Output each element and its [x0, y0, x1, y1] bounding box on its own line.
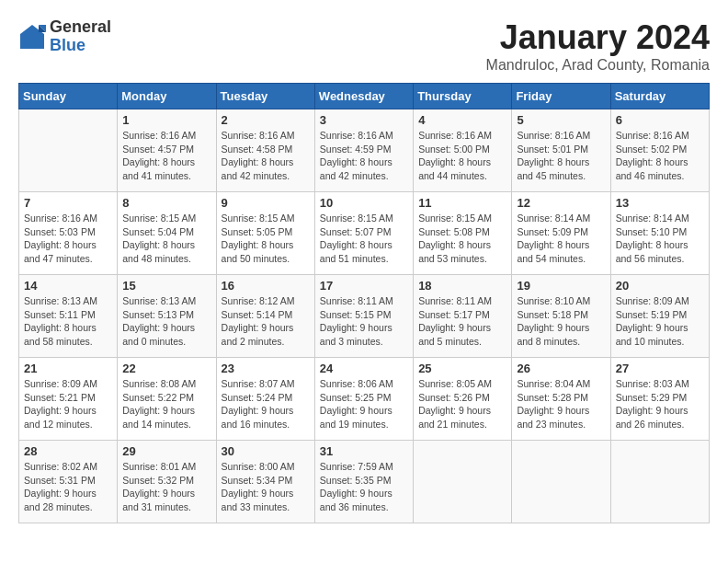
calendar-cell: 1Sunrise: 8:16 AMSunset: 4:57 PMDaylight…: [118, 109, 216, 192]
column-header-sunday: Sunday: [19, 84, 118, 109]
calendar-cell: 27Sunrise: 8:03 AMSunset: 5:29 PMDayligh…: [610, 358, 709, 441]
day-number: 25: [418, 362, 506, 375]
calendar-cell: 16Sunrise: 8:12 AMSunset: 5:14 PMDayligh…: [216, 275, 314, 358]
week-row-4: 21Sunrise: 8:09 AMSunset: 5:21 PMDayligh…: [19, 358, 710, 441]
day-info: Sunrise: 8:15 AMSunset: 5:04 PMDaylight:…: [122, 212, 210, 266]
calendar-cell: [19, 109, 118, 192]
calendar-cell: 4Sunrise: 8:16 AMSunset: 5:00 PMDaylight…: [414, 109, 512, 192]
day-number: 1: [122, 113, 210, 127]
day-number: 30: [222, 444, 310, 458]
day-info: Sunrise: 8:00 AMSunset: 5:34 PMDaylight:…: [222, 460, 310, 514]
day-number: 10: [320, 196, 408, 210]
day-number: 14: [24, 279, 112, 293]
day-number: 3: [320, 113, 408, 127]
day-number: 7: [24, 196, 112, 210]
location-title: Mandruloc, Arad County, Romania: [486, 57, 710, 74]
calendar-header-row: SundayMondayTuesdayWednesdayThursdayFrid…: [19, 84, 710, 109]
day-info: Sunrise: 8:16 AMSunset: 5:02 PMDaylight:…: [616, 129, 704, 183]
day-number: 9: [222, 196, 310, 210]
calendar-cell: 26Sunrise: 8:04 AMSunset: 5:28 PMDayligh…: [512, 358, 610, 441]
day-number: 13: [616, 196, 704, 210]
day-info: Sunrise: 8:16 AMSunset: 5:00 PMDaylight:…: [418, 129, 506, 183]
calendar-cell: 17Sunrise: 8:11 AMSunset: 5:15 PMDayligh…: [314, 275, 413, 358]
week-row-3: 14Sunrise: 8:13 AMSunset: 5:11 PMDayligh…: [19, 275, 710, 358]
day-info: Sunrise: 8:10 AMSunset: 5:18 PMDaylight:…: [517, 294, 605, 349]
column-header-tuesday: Tuesday: [216, 84, 314, 109]
calendar-cell: 8Sunrise: 8:15 AMSunset: 5:04 PMDaylight…: [118, 192, 216, 275]
day-number: 19: [517, 279, 605, 293]
logo: General Blue: [18, 18, 111, 55]
calendar-cell: 10Sunrise: 8:15 AMSunset: 5:07 PMDayligh…: [314, 192, 413, 275]
day-number: 6: [616, 113, 704, 127]
day-number: 5: [517, 113, 605, 127]
day-info: Sunrise: 8:06 AMSunset: 5:25 PMDaylight:…: [320, 377, 408, 431]
day-info: Sunrise: 8:03 AMSunset: 5:29 PMDaylight:…: [616, 377, 704, 431]
day-number: 23: [222, 362, 310, 375]
day-number: 11: [418, 196, 506, 210]
day-number: 18: [418, 279, 506, 293]
day-number: 17: [320, 279, 408, 293]
day-info: Sunrise: 8:16 AMSunset: 5:01 PMDaylight:…: [517, 129, 605, 183]
calendar-cell: 12Sunrise: 8:14 AMSunset: 5:09 PMDayligh…: [512, 192, 610, 275]
calendar-cell: 24Sunrise: 8:06 AMSunset: 5:25 PMDayligh…: [314, 358, 413, 441]
day-info: Sunrise: 8:13 AMSunset: 5:11 PMDaylight:…: [24, 294, 112, 349]
column-header-wednesday: Wednesday: [314, 84, 413, 109]
day-number: 24: [320, 362, 408, 375]
calendar-cell: [414, 441, 512, 523]
day-info: Sunrise: 8:15 AMSunset: 5:05 PMDaylight:…: [222, 212, 310, 266]
calendar-cell: 3Sunrise: 8:16 AMSunset: 4:59 PMDaylight…: [314, 109, 413, 192]
calendar-cell: 18Sunrise: 8:11 AMSunset: 5:17 PMDayligh…: [414, 275, 512, 358]
calendar-cell: 13Sunrise: 8:14 AMSunset: 5:10 PMDayligh…: [610, 192, 709, 275]
column-header-saturday: Saturday: [610, 84, 709, 109]
day-info: Sunrise: 8:09 AMSunset: 5:21 PMDaylight:…: [24, 377, 112, 431]
calendar-cell: 14Sunrise: 8:13 AMSunset: 5:11 PMDayligh…: [19, 275, 118, 358]
week-row-2: 7Sunrise: 8:16 AMSunset: 5:03 PMDaylight…: [19, 192, 710, 275]
day-number: 31: [320, 444, 408, 458]
calendar-cell: 15Sunrise: 8:13 AMSunset: 5:13 PMDayligh…: [118, 275, 216, 358]
day-info: Sunrise: 8:13 AMSunset: 5:13 PMDaylight:…: [122, 294, 210, 349]
column-header-thursday: Thursday: [414, 84, 512, 109]
day-number: 8: [122, 196, 210, 210]
calendar-cell: 28Sunrise: 8:02 AMSunset: 5:31 PMDayligh…: [19, 441, 118, 523]
day-info: Sunrise: 8:16 AMSunset: 5:03 PMDaylight:…: [24, 212, 112, 266]
day-info: Sunrise: 8:07 AMSunset: 5:24 PMDaylight:…: [222, 377, 310, 431]
calendar-cell: [512, 441, 610, 523]
day-number: 4: [418, 113, 506, 127]
calendar-cell: 30Sunrise: 8:00 AMSunset: 5:34 PMDayligh…: [216, 441, 314, 523]
calendar-cell: 31Sunrise: 7:59 AMSunset: 5:35 PMDayligh…: [314, 441, 413, 523]
day-info: Sunrise: 8:16 AMSunset: 4:58 PMDaylight:…: [222, 129, 310, 183]
day-number: 15: [122, 279, 210, 293]
calendar-cell: 2Sunrise: 8:16 AMSunset: 4:58 PMDaylight…: [216, 109, 314, 192]
day-number: 2: [222, 113, 310, 127]
column-header-monday: Monday: [118, 84, 216, 109]
day-info: Sunrise: 8:12 AMSunset: 5:14 PMDaylight:…: [222, 294, 310, 349]
calendar-cell: 25Sunrise: 8:05 AMSunset: 5:26 PMDayligh…: [414, 358, 512, 441]
day-info: Sunrise: 8:14 AMSunset: 5:10 PMDaylight:…: [616, 212, 704, 266]
week-row-1: 1Sunrise: 8:16 AMSunset: 4:57 PMDaylight…: [19, 109, 710, 192]
calendar-cell: [610, 441, 709, 523]
day-number: 22: [122, 362, 210, 375]
day-info: Sunrise: 8:16 AMSunset: 4:57 PMDaylight:…: [122, 129, 210, 183]
day-number: 28: [24, 444, 112, 458]
calendar-cell: 20Sunrise: 8:09 AMSunset: 5:19 PMDayligh…: [610, 275, 709, 358]
day-number: 16: [222, 279, 310, 293]
calendar-cell: 5Sunrise: 8:16 AMSunset: 5:01 PMDaylight…: [512, 109, 610, 192]
day-info: Sunrise: 8:01 AMSunset: 5:32 PMDaylight:…: [122, 460, 210, 514]
calendar-cell: 21Sunrise: 8:09 AMSunset: 5:21 PMDayligh…: [19, 358, 118, 441]
day-info: Sunrise: 8:02 AMSunset: 5:31 PMDaylight:…: [24, 460, 112, 514]
day-number: 29: [122, 444, 210, 458]
calendar-cell: 22Sunrise: 8:08 AMSunset: 5:22 PMDayligh…: [118, 358, 216, 441]
calendar-cell: 7Sunrise: 8:16 AMSunset: 5:03 PMDaylight…: [19, 192, 118, 275]
page-header: General Blue January 2024 Mandruloc, Ara…: [18, 18, 710, 74]
title-area: January 2024 Mandruloc, Arad County, Rom…: [486, 18, 710, 74]
calendar-cell: 23Sunrise: 8:07 AMSunset: 5:24 PMDayligh…: [216, 358, 314, 441]
day-info: Sunrise: 8:11 AMSunset: 5:15 PMDaylight:…: [320, 294, 408, 349]
calendar-table: SundayMondayTuesdayWednesdayThursdayFrid…: [18, 83, 710, 523]
day-number: 20: [616, 279, 704, 293]
day-info: Sunrise: 8:16 AMSunset: 4:59 PMDaylight:…: [320, 129, 408, 183]
day-info: Sunrise: 7:59 AMSunset: 5:35 PMDaylight:…: [320, 460, 408, 514]
week-row-5: 28Sunrise: 8:02 AMSunset: 5:31 PMDayligh…: [19, 441, 710, 523]
logo-icon: [18, 23, 46, 51]
calendar-cell: 6Sunrise: 8:16 AMSunset: 5:02 PMDaylight…: [610, 109, 709, 192]
day-number: 12: [517, 196, 605, 210]
